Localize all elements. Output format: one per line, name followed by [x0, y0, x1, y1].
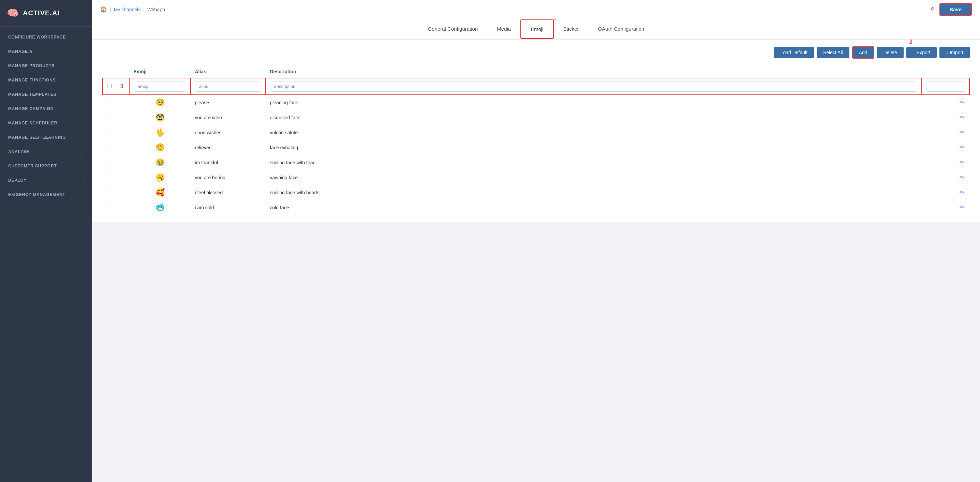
row-alias-6: i feel blessed: [191, 185, 266, 200]
new-row-step: 3: [120, 83, 123, 90]
row-alias-1: you are weird: [191, 110, 266, 125]
col-header-emoji: Emoji: [129, 65, 191, 78]
delete-button[interactable]: Delete: [877, 47, 904, 58]
emoji-table: Emoji Alias Description 3: [102, 65, 970, 215]
row-desc-0: pleading face: [266, 95, 922, 110]
row-edit-button-2[interactable]: ✏: [958, 128, 965, 137]
sidebar-item-manage-functions[interactable]: Manage Functions›: [0, 73, 92, 87]
new-description-input[interactable]: [270, 81, 917, 92]
app-logo: 🧠 ACTIVE.AI: [0, 0, 92, 27]
sidebar-item-manage-templates[interactable]: Manage Templates: [0, 87, 92, 102]
row-emoji-5: 🥱: [129, 170, 191, 185]
header-step-label: 4: [931, 6, 934, 13]
sidebar-item-label: Configure Workspace: [8, 35, 66, 40]
row-alias-7: i am cold: [191, 200, 266, 215]
table-row: 🥺 please pleading face ✏: [103, 95, 969, 110]
sidebar-item-label: Manage Products: [8, 64, 54, 68]
breadcrumb-my-channels[interactable]: My channels: [114, 7, 141, 12]
sidebar-item-manage-products[interactable]: Manage Products: [0, 59, 92, 73]
row-edit-button-0[interactable]: ✏: [958, 98, 965, 107]
table-section: 2 Load Default Select All Add Delete ↑ E…: [92, 40, 980, 222]
new-emoji-input[interactable]: [134, 81, 186, 92]
sidebar-item-customer-support[interactable]: Customer Support: [0, 159, 92, 173]
tab-sticker[interactable]: Sticker: [554, 20, 589, 38]
row-desc-6: smiling face with hearts: [266, 185, 922, 200]
new-row-checkbox[interactable]: [107, 84, 111, 88]
tab-oauth-config[interactable]: OAuth Configuration: [589, 20, 654, 38]
save-button[interactable]: Save: [939, 3, 972, 16]
tab-general-config[interactable]: General Configuration: [418, 20, 488, 38]
load-default-button[interactable]: Load Default: [774, 47, 814, 58]
row-emoji-7: 🥶: [129, 200, 191, 215]
sidebar-item-label: Manage Functions: [8, 78, 56, 83]
row-checkbox-1[interactable]: [107, 115, 111, 119]
row-desc-1: disguised face: [266, 110, 922, 125]
home-icon[interactable]: 🏠: [100, 6, 107, 13]
table-header: Emoji Alias Description: [103, 65, 969, 78]
sidebar-item-manage-ai[interactable]: Manage AI: [0, 44, 92, 59]
sidebar-item-manage-campaign[interactable]: Manage Campaign: [0, 102, 92, 116]
sidebar-item-label: Customer Support: [8, 164, 57, 169]
row-alias-4: im thankful: [191, 155, 266, 170]
row-emoji-3: 😮‍💨: [129, 140, 191, 155]
table-row: 🥰 i feel blessed smiling face with heart…: [103, 185, 969, 200]
breadcrumb: 🏠 | My channels | Webapp: [100, 6, 165, 13]
row-desc-2: vulcan salute: [266, 125, 922, 140]
row-checkbox-6[interactable]: [107, 190, 111, 194]
sidebar-item-deploy[interactable]: Deploy›: [0, 173, 92, 188]
sidebar-item-label: Manage Templates: [8, 92, 56, 97]
row-emoji-0: 🥺: [129, 95, 191, 110]
row-desc-3: face exhaling: [266, 140, 922, 155]
row-edit-button-4[interactable]: ✏: [958, 158, 965, 167]
table-row: 😮‍💨 relieved face exhaling ✏: [103, 140, 969, 155]
sidebar-item-label: Manage Self Learning: [8, 135, 66, 140]
sidebar-item-label: Manage Campaign: [8, 107, 54, 111]
sidebar-item-manage-self-learning[interactable]: Manage Self Learning: [0, 130, 92, 145]
row-alias-3: relieved: [191, 140, 266, 155]
row-desc-7: cold face: [266, 200, 922, 215]
row-edit-button-1[interactable]: ✏: [958, 113, 965, 122]
row-checkbox-3[interactable]: [107, 145, 111, 149]
tab-emoji[interactable]: Emoji1: [520, 19, 554, 39]
new-action-input[interactable]: [926, 81, 965, 92]
new-alias-input[interactable]: [195, 81, 261, 92]
row-checkbox-4[interactable]: [107, 160, 111, 164]
row-desc-5: yawning face: [266, 170, 922, 185]
col-header-description: Description: [266, 65, 922, 78]
row-emoji-1: 🥸: [129, 110, 191, 125]
row-checkbox-7[interactable]: [107, 205, 111, 209]
row-desc-4: smiling face with tear: [266, 155, 922, 170]
content-area: General ConfigurationMediaEmoji1StickerO…: [92, 19, 980, 482]
row-edit-button-5[interactable]: ✏: [958, 173, 965, 182]
chevron-right-icon: ›: [82, 178, 84, 183]
row-alias-0: please: [191, 95, 266, 110]
sidebar-item-exigency-management[interactable]: Exigency Management: [0, 188, 92, 202]
select-all-button[interactable]: Select All: [817, 47, 850, 58]
tabs-container: General ConfigurationMediaEmoji1StickerO…: [92, 19, 980, 40]
import-button[interactable]: ↓ Import: [939, 47, 970, 58]
table-row: 🥱 you are boring yawning face ✏: [103, 170, 969, 185]
row-edit-button-3[interactable]: ✏: [958, 143, 965, 152]
sidebar-item-manage-scheduler[interactable]: Manage Scheduler: [0, 116, 92, 130]
table-row: 🥸 you are weird disguised face ✏: [103, 110, 969, 125]
tab-media[interactable]: Media: [487, 20, 520, 38]
row-checkbox-0[interactable]: [107, 100, 111, 104]
row-alias-2: good wishes: [191, 125, 266, 140]
row-checkbox-2[interactable]: [107, 130, 111, 134]
logo-text: ACTIVE.AI: [23, 9, 60, 17]
row-edit-button-7[interactable]: ✏: [958, 203, 965, 212]
table-row: 🥹 im thankful smiling face with tear ✏: [103, 155, 969, 170]
sidebar-item-configure-workspace[interactable]: Configure Workspace: [0, 30, 92, 44]
breadcrumb-sep-2: |: [143, 7, 145, 12]
export-button[interactable]: ↑ Export: [906, 47, 937, 58]
row-emoji-6: 🥰: [129, 185, 191, 200]
row-checkbox-5[interactable]: [107, 175, 111, 179]
row-edit-button-6[interactable]: ✏: [958, 188, 965, 197]
sidebar-item-label: Analyse: [8, 149, 29, 154]
row-emoji-4: 🥹: [129, 155, 191, 170]
chevron-right-icon: ›: [82, 149, 84, 154]
sidebar: 🧠 ACTIVE.AI Configure WorkspaceManage AI…: [0, 0, 92, 482]
header: 🏠 | My channels | Webapp 4 Save: [92, 0, 980, 19]
sidebar-item-analyse[interactable]: Analyse›: [0, 145, 92, 159]
add-button[interactable]: Add: [852, 46, 874, 59]
